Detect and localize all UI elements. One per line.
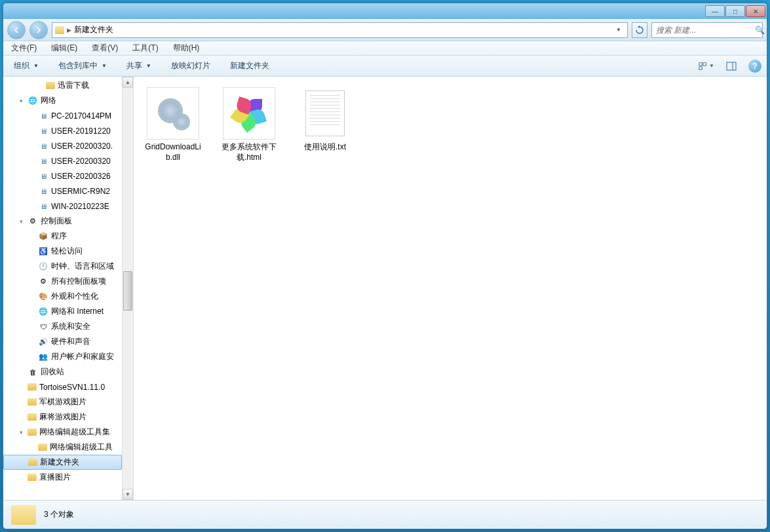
tree-label: USER-20191220 xyxy=(51,126,111,136)
file-item[interactable]: 更多系统软件下载.html xyxy=(216,85,282,165)
tree-item[interactable]: 🕐时钟、语言和区域 xyxy=(3,259,122,274)
address-bar[interactable]: ▶ 新建文件夹 ▼ xyxy=(52,22,628,38)
tree-item[interactable]: TortoiseSVN1.11.0 xyxy=(3,379,122,394)
tree-label: WIN-20210223E xyxy=(51,202,109,211)
file-thumbnail xyxy=(299,87,351,140)
tree-expander-icon[interactable]: ▾ xyxy=(18,218,25,225)
tree-item[interactable]: 🖥WIN-20210223E xyxy=(3,199,122,214)
tree-item[interactable]: 📦程序 xyxy=(3,229,122,244)
tree-label: USER-20200326 xyxy=(51,172,111,181)
help-button[interactable]: ? xyxy=(748,60,761,73)
tree-label: TortoiseSVN1.11.0 xyxy=(39,383,105,392)
tree-item[interactable]: 🖥USER-20200320. xyxy=(3,138,122,153)
txt-icon xyxy=(305,90,345,136)
tree-item[interactable]: ♿轻松访问 xyxy=(3,244,122,259)
toolbar-organize[interactable]: 组织▼ xyxy=(9,58,44,73)
toolbar-slideshow[interactable]: 放映幻灯片 xyxy=(166,58,216,73)
chevron-down-icon: ▼ xyxy=(146,63,151,69)
tree-label: 麻将游戏图片 xyxy=(39,411,87,423)
tree-item[interactable]: ▾🌐网络 xyxy=(3,93,122,108)
search-bar[interactable]: 🔍 xyxy=(651,22,763,38)
tree-item[interactable]: ▾⚙控制面板 xyxy=(3,214,122,229)
back-button[interactable] xyxy=(7,21,26,39)
file-item[interactable]: 使用说明.txt xyxy=(292,85,358,165)
tree-item[interactable]: ⚙所有控制面板项 xyxy=(3,274,122,289)
svg-rect-2 xyxy=(699,66,702,69)
scroll-thumb[interactable] xyxy=(123,271,132,311)
tree-label: 系统和安全 xyxy=(51,321,90,332)
tree-item[interactable]: 麻将游戏图片 xyxy=(3,409,122,425)
tree-item[interactable]: ▾网络编辑超级工具集 xyxy=(3,425,122,440)
menu-tools[interactable]: 工具(T) xyxy=(130,41,161,55)
svg-rect-0 xyxy=(699,62,702,65)
explorer-window: — □ ✕ ▶ 新建文件夹 ▼ 🔍 文件(F) 编辑(E) 查看(V) xyxy=(3,3,767,529)
toolbar: 组织▼ 包含到库中▼ 共享▼ 放映幻灯片 新建文件夹 ▼ ? xyxy=(3,56,767,77)
tree-label: 用户帐户和家庭安 xyxy=(51,351,114,362)
sidebar-scrollbar[interactable]: ▲ ▼ xyxy=(123,77,134,500)
tree-label: 轻松访问 xyxy=(51,246,83,257)
tree-label: 网络编辑超级工具 xyxy=(50,442,113,453)
tree-item[interactable]: 🗑回收站 xyxy=(3,364,122,379)
path-segment[interactable]: 新建文件夹 xyxy=(74,24,113,35)
status-text: 3 个对象 xyxy=(44,509,74,520)
tree-label: 网络 xyxy=(41,95,56,106)
tree-item[interactable]: 🎨外观和个性化 xyxy=(3,289,122,304)
titlebar: — □ ✕ xyxy=(3,3,767,19)
statusbar: 3 个对象 xyxy=(3,500,767,529)
maximize-button[interactable]: □ xyxy=(725,5,745,17)
navigation-tree: 迅雷下载▾🌐网络🖥PC-20170414PM🖥USER-20191220🖥USE… xyxy=(3,77,123,500)
file-item[interactable]: GridDownloadLib.dll xyxy=(140,85,206,165)
tree-item[interactable]: 🖥USER-20200320 xyxy=(3,153,122,168)
tree-item[interactable]: 军棋游戏图片 xyxy=(3,394,122,409)
search-input[interactable] xyxy=(656,26,755,35)
tree-label: 外观和个性化 xyxy=(51,291,98,302)
toolbar-include[interactable]: 包含到库中▼ xyxy=(53,58,112,73)
tree-item[interactable]: 👥用户帐户和家庭安 xyxy=(3,349,122,364)
file-name: GridDownloadLib.dll xyxy=(143,142,203,162)
search-icon: 🔍 xyxy=(755,26,765,35)
tree-label: 直播图片 xyxy=(39,472,71,483)
tree-item[interactable]: 🖥PC-20170414PM xyxy=(3,108,122,123)
chevron-down-icon: ▼ xyxy=(102,63,107,69)
tree-item[interactable]: 🖥USERMIC-R9N2 xyxy=(3,183,122,199)
tree-item[interactable]: 🖥USER-20200326 xyxy=(3,168,122,183)
tree-item[interactable]: 🔊硬件和声音 xyxy=(3,334,122,349)
tree-item[interactable]: 直播图片 xyxy=(3,470,122,485)
tree-label: USER-20200320 xyxy=(51,157,111,166)
tree-item[interactable]: 🌐网络和 Internet xyxy=(3,304,122,319)
menu-help[interactable]: 帮助(H) xyxy=(170,41,202,55)
tree-item[interactable]: 新建文件夹 xyxy=(3,455,122,470)
tree-label: 网络和 Internet xyxy=(51,306,104,317)
svg-rect-3 xyxy=(727,62,736,70)
scroll-down-button[interactable]: ▼ xyxy=(123,489,133,500)
tree-item[interactable]: 迅雷下载 xyxy=(3,78,122,93)
file-name: 使用说明.txt xyxy=(304,142,346,153)
scroll-up-button[interactable]: ▲ xyxy=(123,77,133,88)
view-mode-button[interactable]: ▼ xyxy=(699,58,714,74)
tree-item[interactable]: 网络编辑超级工具 xyxy=(3,440,122,455)
tree-item[interactable]: 🛡系统和安全 xyxy=(3,319,122,334)
address-dropdown[interactable]: ▼ xyxy=(613,23,625,37)
dll-icon xyxy=(158,98,188,128)
forward-button[interactable] xyxy=(29,21,48,39)
tree-expander-icon[interactable]: ▾ xyxy=(18,428,25,436)
minimize-button[interactable]: — xyxy=(705,5,725,17)
file-list[interactable]: GridDownloadLib.dll 更多系统软件下载.html xyxy=(134,77,767,500)
menu-view[interactable]: 查看(V) xyxy=(89,41,121,55)
tree-label: 所有控制面板项 xyxy=(51,276,106,287)
path-separator: ▶ xyxy=(67,27,71,33)
toolbar-newfolder[interactable]: 新建文件夹 xyxy=(225,58,275,73)
preview-pane-button[interactable] xyxy=(723,58,739,74)
menu-file[interactable]: 文件(F) xyxy=(9,41,39,55)
toolbar-share[interactable]: 共享▼ xyxy=(121,58,157,73)
menu-edit[interactable]: 编辑(E) xyxy=(48,41,80,55)
tree-label: 程序 xyxy=(51,231,67,242)
tree-expander-icon[interactable]: ▾ xyxy=(18,97,25,104)
chevron-down-icon: ▼ xyxy=(709,63,714,69)
file-name: 更多系统软件下载.html xyxy=(219,142,279,162)
close-button[interactable]: ✕ xyxy=(746,5,765,17)
tree-label: 控制面板 xyxy=(41,216,72,227)
refresh-button[interactable] xyxy=(632,22,647,38)
tree-item[interactable]: 🖥USER-20191220 xyxy=(3,123,122,138)
tree-label: PC-20170414PM xyxy=(51,111,111,121)
